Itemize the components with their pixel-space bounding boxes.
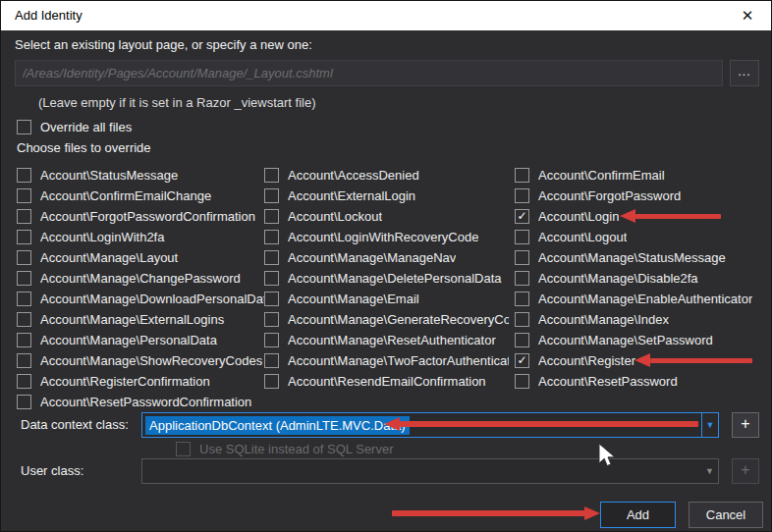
override-all-label: Override all files <box>40 120 132 134</box>
file-option-row[interactable]: Account\Manage\EnableAuthenticator <box>515 289 768 309</box>
file-option-row[interactable]: Account\Manage\ExternalLogins <box>17 309 264 330</box>
file-option-row[interactable]: Account\ResetPasswordConfirmation <box>17 392 264 412</box>
file-option-row[interactable]: Account\Manage\DownloadPersonalData <box>17 289 264 309</box>
file-checkbox[interactable] <box>515 292 529 306</box>
file-column-3: Account\ConfirmEmailAccount\ForgotPasswo… <box>515 165 768 412</box>
file-checkbox[interactable] <box>515 312 529 327</box>
file-checkbox[interactable] <box>515 188 529 203</box>
file-checkbox[interactable] <box>17 168 31 183</box>
file-label: Account\Lockout <box>288 209 382 224</box>
data-context-selected-value: ApplicationDbContext (AdminLTE.MVC.Data) <box>145 416 410 435</box>
add-user-class-button: + <box>732 458 759 484</box>
file-override-grid: Account\StatusMessageAccount\ConfirmEmai… <box>17 165 768 412</box>
file-checkbox[interactable] <box>17 188 31 203</box>
file-checkbox[interactable] <box>264 292 279 306</box>
file-option-row[interactable]: Account\LoginWithRecoveryCode <box>264 227 515 247</box>
file-option-row[interactable]: Account\Manage\Index <box>515 309 768 330</box>
file-label: Account\ConfirmEmail <box>538 168 665 183</box>
chevron-down-icon[interactable]: ▼ <box>701 459 718 483</box>
file-checkbox[interactable] <box>17 395 31 409</box>
file-checkbox[interactable] <box>264 250 279 265</box>
file-option-row[interactable]: Account\Logout <box>515 227 768 247</box>
file-label: Account\Manage\ShowRecoveryCodes <box>40 353 262 368</box>
layout-page-input[interactable] <box>15 60 723 86</box>
file-checkbox[interactable] <box>515 271 529 286</box>
close-icon[interactable]: ✕ <box>734 1 761 30</box>
file-option-row[interactable]: Account\Manage\Disable2fa <box>515 268 768 289</box>
file-option-row[interactable]: Account\ForgotPassword <box>515 186 768 206</box>
file-checkbox[interactable] <box>264 353 279 368</box>
file-option-row[interactable]: Account\Manage\StatusMessage <box>515 247 768 268</box>
file-option-row[interactable]: Account\Manage\ChangePassword <box>17 268 264 289</box>
file-label: Account\Logout <box>538 230 627 244</box>
file-checkbox[interactable] <box>264 374 279 389</box>
annotation-arrow-register <box>634 353 752 367</box>
browse-button[interactable]: ... <box>730 60 759 86</box>
file-checkbox[interactable] <box>17 353 31 368</box>
file-label: Account\RegisterConfirmation <box>40 374 210 389</box>
file-option-row[interactable]: Account\Manage\DeletePersonalData <box>264 268 515 289</box>
file-checkbox[interactable] <box>515 250 529 265</box>
file-column-1: Account\StatusMessageAccount\ConfirmEmai… <box>17 165 264 412</box>
user-class-combobox[interactable]: ▼ <box>141 458 719 484</box>
file-label: Account\ConfirmEmailChange <box>40 188 211 203</box>
file-checkbox[interactable] <box>264 312 279 327</box>
file-checkbox[interactable] <box>264 168 279 183</box>
data-context-label: Data context class: <box>21 417 129 432</box>
cancel-button[interactable]: Cancel <box>689 502 763 528</box>
add-data-context-button[interactable]: + <box>732 412 759 438</box>
file-option-row[interactable]: Account\ForgotPasswordConfirmation <box>17 206 264 227</box>
file-checkbox[interactable] <box>17 374 31 389</box>
file-option-row[interactable]: Account\RegisterConfirmation <box>17 371 264 392</box>
file-option-row[interactable]: Account\Manage\TwoFactorAuthentication <box>264 350 515 371</box>
file-option-row[interactable]: Account\Manage\ResetAuthenticator <box>264 330 515 350</box>
chevron-down-icon[interactable]: ▼ <box>701 413 718 437</box>
file-option-row[interactable]: Account\ResendEmailConfirmation <box>264 371 515 392</box>
file-checkbox[interactable] <box>515 333 529 347</box>
add-button[interactable]: Add <box>600 502 676 528</box>
file-checkbox[interactable] <box>264 271 279 286</box>
file-checkbox[interactable] <box>17 250 31 265</box>
file-checkbox[interactable] <box>264 230 279 244</box>
file-option-row[interactable]: Account\Manage\GenerateRecoveryCodes <box>264 309 515 330</box>
override-all-row[interactable]: Override all files <box>17 118 132 135</box>
file-option-row[interactable]: Account\ResetPassword <box>515 371 768 392</box>
file-checkbox[interactable] <box>17 333 31 347</box>
file-option-row[interactable]: Account\ConfirmEmail <box>515 165 768 186</box>
title-bar: Add Identity ✕ <box>1 1 771 30</box>
file-label: Account\Manage\Email <box>288 292 419 306</box>
file-option-row[interactable]: Account\Manage\Email <box>264 289 515 309</box>
file-option-row[interactable]: Account\Manage\ShowRecoveryCodes <box>17 350 264 371</box>
file-checkbox[interactable] <box>17 292 31 306</box>
file-checkbox[interactable] <box>515 353 529 368</box>
file-checkbox[interactable] <box>264 333 279 347</box>
file-option-row[interactable]: Account\ExternalLogin <box>264 186 515 206</box>
file-option-row[interactable]: Account\Manage\PersonalData <box>17 330 264 350</box>
file-option-row[interactable]: Account\LoginWith2fa <box>17 227 264 247</box>
file-option-row[interactable]: Account\Manage\ManageNav <box>264 247 515 268</box>
file-option-row[interactable]: Account\AccessDenied <box>264 165 515 186</box>
file-checkbox[interactable] <box>515 209 529 224</box>
file-label: Account\ExternalLogin <box>288 188 415 203</box>
override-all-checkbox[interactable] <box>17 120 31 134</box>
file-label: Account\Manage\DeletePersonalData <box>288 271 502 286</box>
file-checkbox[interactable] <box>17 312 31 327</box>
viewstart-note: (Leave empty if it is set in a Razor _vi… <box>38 95 316 110</box>
file-checkbox[interactable] <box>515 230 529 244</box>
file-option-row[interactable]: Account\Manage\SetPassword <box>515 330 768 350</box>
file-checkbox[interactable] <box>264 209 279 224</box>
file-checkbox[interactable] <box>17 271 31 286</box>
file-option-row[interactable]: Account\Lockout <box>264 206 515 227</box>
file-option-row[interactable]: Account\Manage\Layout <box>17 247 264 268</box>
file-checkbox[interactable] <box>264 188 279 203</box>
file-option-row[interactable]: Account\ConfirmEmailChange <box>17 186 264 206</box>
file-checkbox[interactable] <box>515 374 529 389</box>
file-label: Account\Manage\EnableAuthenticator <box>538 292 752 306</box>
file-checkbox[interactable] <box>17 230 31 244</box>
choose-files-label: Choose files to override <box>17 140 151 155</box>
file-checkbox[interactable] <box>515 168 529 183</box>
file-label: Account\Manage\ManageNav <box>288 250 456 265</box>
file-checkbox[interactable] <box>17 209 31 224</box>
file-option-row[interactable]: Account\StatusMessage <box>17 165 264 186</box>
layout-page-label: Select an existing layout page, or speci… <box>15 37 312 52</box>
